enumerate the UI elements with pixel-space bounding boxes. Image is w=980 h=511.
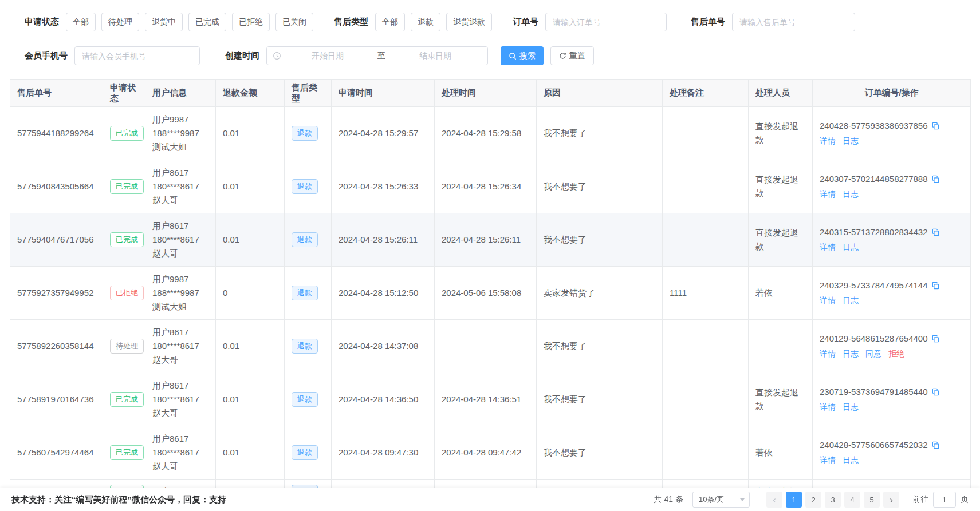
- page-number-button[interactable]: 1: [786, 492, 802, 508]
- reason-value: 我不想要了: [544, 339, 655, 353]
- apply-time-value: 2024-04-28 14:37:08: [339, 339, 427, 353]
- copy-icon[interactable]: [931, 175, 940, 184]
- page-number-button[interactable]: 2: [805, 492, 821, 508]
- aftersale-no-value: 5775940476717056: [17, 233, 96, 247]
- row-actions: 详情日志: [820, 400, 963, 414]
- apply-status-option-4[interactable]: 已拒绝: [232, 13, 270, 31]
- handle-time-value: 2024-04-28 14:36:51: [442, 393, 529, 406]
- action-link[interactable]: 日志: [843, 400, 859, 414]
- user-info: 用户9987188****9987测试大姐: [152, 272, 208, 314]
- handle-time-value: 2024-05-06 15:58:08: [442, 286, 529, 300]
- page-size-select[interactable]: 10条/页: [692, 492, 750, 508]
- next-page-button[interactable]: ›: [883, 492, 899, 508]
- action-link[interactable]: 日志: [843, 294, 859, 307]
- table-row[interactable]: 5775940843505664 已完成 用户8617180****8617赵大…: [10, 160, 971, 213]
- table-row[interactable]: 5775892260358144 待处理 用户8617180****8617赵大…: [10, 320, 971, 373]
- action-link[interactable]: 拒绝: [888, 347, 904, 361]
- copy-icon[interactable]: [931, 441, 940, 450]
- table-row[interactable]: 5775944188299264 已完成 用户9987188****9987测试…: [10, 107, 971, 160]
- action-link[interactable]: 详情: [820, 294, 836, 307]
- handler-value: 若依: [755, 286, 805, 300]
- apply-status-option-3[interactable]: 已完成: [188, 13, 226, 31]
- col-user-info: 用户信息: [145, 80, 216, 107]
- copy-icon[interactable]: [931, 388, 940, 397]
- apply-status-option-2[interactable]: 退货中: [145, 13, 183, 31]
- action-link[interactable]: 详情: [820, 400, 836, 414]
- action-link[interactable]: 日志: [843, 187, 859, 201]
- reset-button[interactable]: 重置: [550, 46, 594, 65]
- user-info: 用户8617180****8617赵大哥: [152, 219, 208, 260]
- filter-apply-status: 申请状态 全部待处理退货中已完成已拒绝已关闭: [25, 13, 313, 31]
- table-row[interactable]: 5775891970164736 已完成 用户8617180****8617赵大…: [10, 373, 971, 426]
- date-range-picker[interactable]: 开始日期 至 结束日期: [266, 46, 488, 65]
- refund-amount-value: 0.01: [223, 126, 277, 140]
- page-number-button[interactable]: 3: [825, 492, 841, 508]
- apply-time-value: 2024-04-28 15:29:57: [339, 126, 427, 140]
- copy-icon[interactable]: [931, 335, 940, 343]
- member-phone-input[interactable]: [74, 46, 200, 65]
- aftersale-no-value: 5775891970164736: [17, 393, 96, 406]
- apply-status-option-1[interactable]: 待处理: [101, 13, 139, 31]
- date-separator: 至: [374, 51, 389, 61]
- table-row[interactable]: 5775940476717056 已完成 用户8617180****8617赵大…: [10, 213, 971, 267]
- refund-amount-value: 0.01: [223, 339, 277, 353]
- col-apply-status: 申请状态: [103, 80, 145, 107]
- status-badge: 待处理: [110, 339, 144, 354]
- apply-status-option-5[interactable]: 已关闭: [275, 13, 313, 31]
- aftersale-no-input[interactable]: [732, 13, 855, 31]
- reason-value: 卖家发错货了: [544, 286, 655, 300]
- order-no-value: 240315-5713728802834432: [820, 225, 928, 239]
- table-row[interactable]: 5775927357949952 已拒绝 用户9987188****9987测试…: [10, 267, 971, 320]
- col-aftersale-type: 售后类型: [285, 80, 332, 107]
- col-handle-remark: 处理备注: [663, 80, 749, 107]
- refund-amount-value: 0.01: [223, 446, 277, 459]
- action-link[interactable]: 同意: [865, 347, 881, 361]
- page-number-button[interactable]: 4: [844, 492, 860, 508]
- user-info: 用户9987188****9987测试大姐: [152, 113, 208, 154]
- status-badge: 已拒绝: [110, 286, 144, 300]
- filter-aftersale-type: 售后类型 全部退款退货退款: [334, 13, 492, 31]
- status-badge: 已完成: [110, 179, 144, 194]
- action-link[interactable]: 日志: [843, 134, 859, 148]
- page-number-button[interactable]: 5: [864, 492, 880, 508]
- end-date-placeholder[interactable]: 结束日期: [389, 51, 482, 61]
- prev-page-button[interactable]: ‹: [766, 492, 782, 508]
- row-actions: 详情日志: [820, 187, 963, 201]
- col-aftersale-no: 售后单号: [10, 80, 103, 107]
- user-info: 用户8617180****8617赵大哥: [152, 326, 208, 367]
- action-link[interactable]: 日志: [843, 453, 859, 467]
- handler-value: 直接发起退款: [755, 173, 805, 200]
- action-link[interactable]: 详情: [820, 187, 836, 201]
- type-badge: 退款: [292, 392, 318, 407]
- action-link[interactable]: 日志: [843, 240, 859, 254]
- aftersale-no-value: 5775944188299264: [17, 126, 96, 140]
- reset-button-label: 重置: [569, 51, 585, 61]
- aftersale-type-option-1[interactable]: 退款: [411, 13, 440, 31]
- aftersale-type-option-0[interactable]: 全部: [375, 13, 405, 31]
- user-info: 用户8617180****8617赵大哥: [152, 379, 208, 420]
- aftersale-no-value: 5775892260358144: [17, 339, 96, 353]
- search-button[interactable]: 搜索: [501, 46, 544, 65]
- user-info: 用户8617180****8617赵大哥: [152, 166, 208, 207]
- copy-icon[interactable]: [931, 228, 940, 237]
- apply-status-option-0[interactable]: 全部: [66, 13, 96, 31]
- order-no-input[interactable]: [545, 13, 667, 31]
- handler-value: 直接发起退款: [755, 386, 805, 413]
- copy-icon[interactable]: [931, 282, 940, 290]
- copy-icon[interactable]: [931, 122, 940, 130]
- action-link[interactable]: 详情: [820, 347, 836, 361]
- type-badge: 退款: [292, 445, 318, 460]
- start-date-placeholder[interactable]: 开始日期: [281, 51, 374, 61]
- action-link[interactable]: 详情: [820, 134, 836, 148]
- action-link[interactable]: 详情: [820, 453, 836, 467]
- page-jump-input[interactable]: [933, 492, 956, 508]
- aftersale-type-option-2[interactable]: 退货退款: [446, 13, 492, 31]
- apply-time-value: 2024-04-28 14:36:50: [339, 393, 427, 406]
- action-link[interactable]: 日志: [843, 347, 859, 361]
- support-text: 技术支持：关注“编写美好前程”微信公众号，回复：支持: [11, 494, 226, 505]
- filter-row-1: 申请状态 全部待处理退货中已完成已拒绝已关闭 售后类型 全部退款退货退款 订单号…: [10, 13, 970, 31]
- search-button-label: 搜索: [519, 51, 536, 61]
- action-link[interactable]: 详情: [820, 240, 836, 254]
- table-row[interactable]: 5775607542974464 已完成 用户8617180****8617赵大…: [10, 426, 971, 480]
- aftersale-type-label: 售后类型: [334, 17, 368, 27]
